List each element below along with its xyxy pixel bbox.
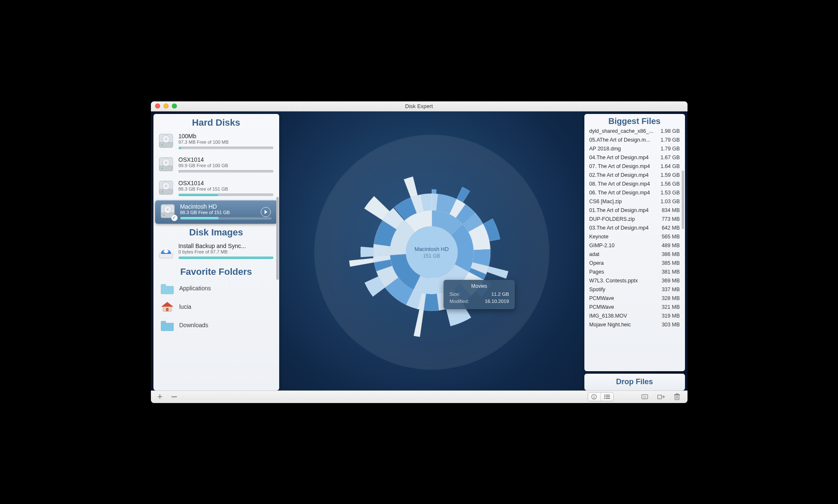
disk-row[interactable]: 100Mb 97.3 MB Free of 100 MB xyxy=(153,130,279,153)
sidebar-scrollbar-thumb[interactable] xyxy=(276,197,279,280)
biggest-file-row[interactable]: PCMWave321 MB xyxy=(589,303,680,312)
file-size: 1.56 GB xyxy=(661,181,680,187)
titlebar: Disk Expert xyxy=(151,101,688,111)
sunburst-segment[interactable] xyxy=(404,176,418,197)
biggest-file-row[interactable]: DUP-FOLDERS.zip773 MB xyxy=(589,215,680,224)
file-name: 01.The Art of Design.mp4 xyxy=(589,207,659,213)
file-size: 1.98 GB xyxy=(661,128,680,134)
footer-toolbar: + − N xyxy=(151,390,688,403)
svg-rect-28 xyxy=(606,395,610,395)
file-name: W7L3. Contests.pptx xyxy=(589,278,659,284)
biggest-file-row[interactable]: 06. The Art of Design.mp41.53 GB xyxy=(589,189,680,197)
sunburst-segment[interactable] xyxy=(457,187,470,202)
file-size: 369 MB xyxy=(662,278,680,284)
file-size: 1.53 GB xyxy=(661,190,680,196)
svg-point-8 xyxy=(165,162,167,163)
sunburst-segment[interactable] xyxy=(413,309,423,336)
disk-images-heading: Disk Images xyxy=(153,224,279,240)
add-button[interactable]: + xyxy=(155,392,165,401)
svg-rect-22 xyxy=(166,308,169,311)
biggest-file-row[interactable]: Opera385 MB xyxy=(589,259,680,268)
svg-point-9 xyxy=(161,168,163,169)
rename-icon: N xyxy=(641,394,649,400)
hard-disks-list: 100Mb 97.3 MB Free of 100 MB OSX1014 99.… xyxy=(153,130,279,224)
favorite-folder-label: Applications xyxy=(179,285,211,292)
file-name: DUP-FOLDERS.zip xyxy=(589,216,659,222)
sunburst-segment[interactable] xyxy=(432,189,436,194)
file-name: adat xyxy=(589,251,659,257)
biggest-file-row[interactable]: Spotify337 MB xyxy=(589,285,680,294)
export-button[interactable] xyxy=(655,393,667,401)
file-size: 321 MB xyxy=(662,304,680,310)
disk-name: OSX1014 xyxy=(179,180,273,186)
biggest-file-row[interactable]: 05.AThe Art of Design.m...1.79 GB xyxy=(589,136,680,145)
file-name: 07. The Art of Design.mp4 xyxy=(589,163,657,169)
biggest-file-row[interactable]: AP 2018.dmg1.79 GB xyxy=(589,145,680,153)
biggest-files-list[interactable]: dyld_shared_cache_x86_...1.98 GB05.AThe … xyxy=(584,127,685,371)
biggest-file-row[interactable]: adat386 MB xyxy=(589,250,680,259)
biggest-file-row[interactable]: dyld_shared_cache_x86_...1.98 GB xyxy=(589,127,680,136)
disk-images-list: Install Backup and Sync... 0 bytes Free … xyxy=(153,240,279,263)
file-name: 04.The Art of Design.mp4 xyxy=(589,155,657,160)
file-name: AP 2018.dmg xyxy=(589,146,657,152)
file-size: 489 MB xyxy=(662,243,680,248)
sunburst-segment[interactable] xyxy=(349,258,374,266)
folder-icon xyxy=(160,319,174,331)
biggest-file-row[interactable]: GIMP-2.10489 MB xyxy=(589,241,680,250)
list-view-button[interactable] xyxy=(601,393,613,401)
biggest-file-row[interactable]: CS6 [Mac].zip1.03 GB xyxy=(589,197,680,206)
remove-button[interactable]: − xyxy=(169,392,179,401)
disk-image-row[interactable]: Install Backup and Sync... 0 bytes Free … xyxy=(153,240,279,263)
biggest-files-scrollbar-thumb[interactable] xyxy=(682,171,684,229)
biggest-file-row[interactable]: 03.The Art of Design.mp4642 MB xyxy=(589,224,680,233)
disk-usage-bar xyxy=(180,217,272,220)
rename-button[interactable]: N xyxy=(639,393,651,401)
file-size: 385 MB xyxy=(662,260,680,266)
disk-row[interactable]: OSX1014 88.3 GB Free of 151 GB xyxy=(153,177,279,200)
scan-play-button[interactable] xyxy=(261,207,271,217)
biggest-file-row[interactable]: 07. The Art of Design.mp41.64 GB xyxy=(589,162,680,171)
biggest-file-row[interactable]: 01.The Art of Design.mp4834 MB xyxy=(589,206,680,215)
favorite-folder-row[interactable]: lucia xyxy=(153,297,279,316)
favorite-folder-row[interactable]: Downloads xyxy=(153,316,279,334)
file-name: Pages xyxy=(589,269,659,275)
svg-rect-25 xyxy=(594,396,594,398)
svg-point-13 xyxy=(165,185,167,187)
sidebar-scroll-area[interactable]: Hard Disks 100Mb 97.3 MB Free of 100 MB … xyxy=(153,114,279,390)
file-size: 1.59 GB xyxy=(661,172,680,178)
file-size: 1.03 GB xyxy=(661,199,680,204)
favorites-list: Applications lucia Downloads xyxy=(153,279,279,334)
svg-point-18 xyxy=(167,209,169,210)
sunburst-segment[interactable] xyxy=(361,246,373,257)
drop-files-label: Drop Files xyxy=(616,377,653,386)
biggest-file-row[interactable]: W7L3. Contests.pptx369 MB xyxy=(589,277,680,285)
chart-area: Macintosh HD 151 GB Movies Size: 11.2 GB… xyxy=(282,114,582,390)
disk-name: Macintosh HD xyxy=(180,203,272,210)
svg-rect-37 xyxy=(674,394,680,395)
drop-files-zone[interactable]: Drop Files xyxy=(584,374,685,390)
biggest-file-row[interactable]: Pages381 MB xyxy=(589,268,680,277)
file-name: PCMWave xyxy=(589,295,659,301)
file-name: dyld_shared_cache_x86_... xyxy=(589,128,657,134)
window-body: Hard Disks 100Mb 97.3 MB Free of 100 MB … xyxy=(151,111,688,390)
biggest-file-row[interactable]: 02.The Art of Design.mp41.59 GB xyxy=(589,171,680,180)
info-view-button[interactable] xyxy=(588,393,601,401)
chart-center-subtitle: 151 GB xyxy=(415,253,449,258)
biggest-file-row[interactable]: 04.The Art of Design.mp41.67 GB xyxy=(589,153,680,162)
sunburst-segment[interactable] xyxy=(487,266,508,278)
biggest-file-row[interactable]: Keynote565 MB xyxy=(589,233,680,241)
biggest-file-row[interactable]: 08. The Art of Design.mp41.56 GB xyxy=(589,180,680,189)
disk-row[interactable]: ✓ Macintosh HD 88.3 GB Free of 151 GB xyxy=(155,200,278,224)
file-name: Opera xyxy=(589,260,659,266)
disk-name: 100Mb xyxy=(179,133,273,140)
disk-usage-bar xyxy=(179,147,273,149)
biggest-file-row[interactable]: PCMWave328 MB xyxy=(589,294,680,303)
disk-row[interactable]: OSX1014 99.9 GB Free of 100 GB xyxy=(153,153,279,177)
file-size: 565 MB xyxy=(662,234,680,240)
biggest-file-row[interactable]: IMG_6138.MOV319 MB xyxy=(589,312,680,320)
favorite-folder-row[interactable]: Applications xyxy=(153,279,279,297)
sunburst-segment[interactable] xyxy=(423,294,439,311)
chart-center-title: Macintosh HD xyxy=(415,246,449,252)
biggest-file-row[interactable]: Mojave Night.heic303 MB xyxy=(589,320,680,329)
trash-button[interactable] xyxy=(671,393,683,401)
